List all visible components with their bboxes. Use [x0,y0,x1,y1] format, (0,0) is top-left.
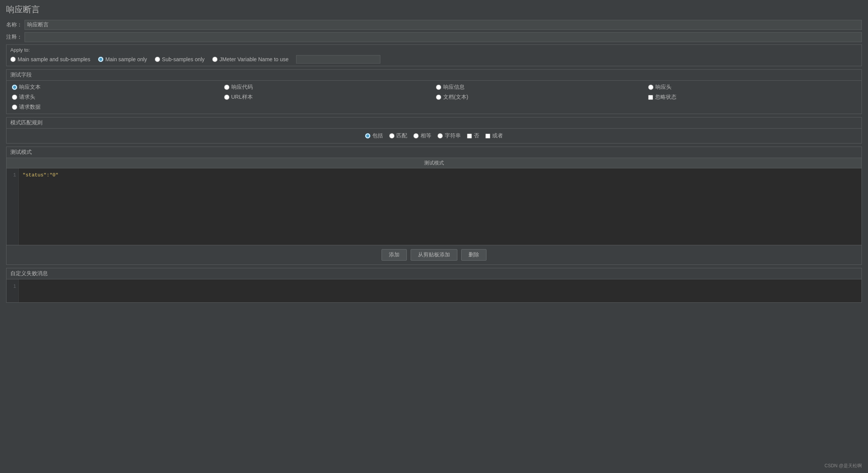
test-fields-title: 测试字段 [7,70,861,81]
apply-to-main-sub[interactable]: Main sample and sub-samples [10,56,90,62]
test-mode-section: 测试模式 测试模式 1 "status":"0" 添加 从剪贴板添加 删除 [6,147,862,265]
tf-request-head[interactable]: 请求头 [12,94,220,101]
apply-to-sub-only[interactable]: Sub-samples only [155,56,205,62]
name-input[interactable] [25,20,862,30]
apply-to-jmeter-var[interactable]: JMeter Variable Name to use [212,56,288,62]
pr-or[interactable]: 或者 [485,132,503,139]
pattern-rules-section: 模式匹配规则 包括 匹配 相等 字符串 否 [6,117,862,144]
name-label: 名称： [6,21,22,28]
test-mode-title: 测试模式 [7,147,861,158]
add-button[interactable]: 添加 [382,249,407,261]
comment-input[interactable] [25,32,862,42]
test-mode-header: 测试模式 [7,158,861,168]
tf-document[interactable]: 文档(文本) [436,94,644,101]
code-content: "status":"0" [19,168,861,245]
pr-string[interactable]: 字符串 [437,132,461,139]
custom-fail-title: 自定义失败消息 [7,268,861,279]
test-fields-content: 响应文本 响应代码 响应信息 响应头 请求头 URL样本 [7,81,861,114]
pr-include[interactable]: 包括 [365,132,383,139]
tf-request-data[interactable]: 请求数据 [12,104,220,111]
tf-ignore-status[interactable]: 忽略状态 [648,94,857,101]
tf-response-code[interactable]: 响应代码 [224,84,432,91]
pr-match[interactable]: 匹配 [389,132,407,139]
tf-response-head[interactable]: 响应头 [648,84,857,91]
page-title: 响应断言 [6,4,862,15]
apply-to-group: Main sample and sub-samples Main sample … [10,55,858,64]
custom-fail-section: 自定义失败消息 1 [6,268,862,303]
add-from-clipboard-button[interactable]: 从剪贴板添加 [411,249,457,261]
button-row: 添加 从剪贴板添加 删除 [7,245,861,264]
test-mode-code-area: 1 "status":"0" [7,168,861,245]
pattern-rules-title: 模式匹配规则 [7,117,861,129]
pr-equal[interactable]: 相等 [413,132,431,139]
apply-to-section: Apply to: Main sample and sub-samples Ma… [6,44,862,66]
jmeter-variable-input[interactable] [296,55,380,64]
tf-response-info[interactable]: 响应信息 [436,84,644,91]
test-fields-section: 测试字段 响应文本 响应代码 响应信息 响应头 请求头 [6,69,862,114]
apply-to-title: Apply to: [10,47,858,53]
apply-to-main-only[interactable]: Main sample only [98,56,147,62]
custom-fail-input-area[interactable] [19,279,861,302]
tf-response-text[interactable]: 响应文本 [12,84,220,91]
pr-not[interactable]: 否 [467,132,479,139]
delete-button[interactable]: 删除 [461,249,486,261]
line-numbers: 1 [7,168,19,245]
watermark: CSDN @是天松啊 [824,463,862,469]
comment-label: 注释： [6,34,22,41]
custom-fail-line-numbers: 1 [7,279,19,302]
pattern-rules-content: 包括 匹配 相等 字符串 否 或者 [7,129,861,143]
custom-fail-content: 1 [7,279,861,302]
tf-url[interactable]: URL样本 [224,94,432,101]
